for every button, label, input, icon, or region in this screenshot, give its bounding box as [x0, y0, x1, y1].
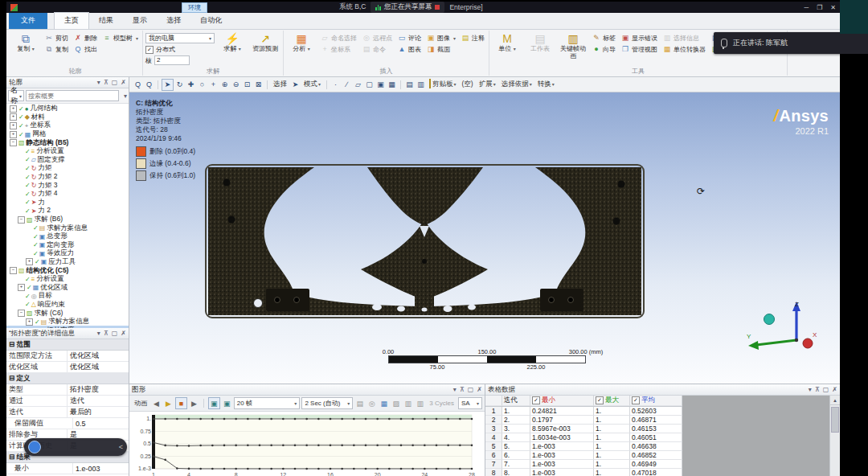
column-header-迭代[interactable]: 迭代 — [502, 396, 530, 406]
solve-target-select[interactable]: 我的电脑▾ — [145, 33, 215, 43]
panel-menu-icon[interactable]: ▾ — [97, 79, 100, 86]
table-row[interactable]: 11.0.248211.0.52603 — [485, 407, 682, 416]
expand-icon[interactable]: + — [10, 105, 17, 113]
panel-menu-icon[interactable]: ▾ — [453, 386, 457, 393]
ribbon-item-图像[interactable]: ▣图像▾ — [425, 32, 457, 43]
table-row[interactable]: 55.1.e-0031.0.46638 — [485, 442, 682, 451]
zoom-prev-icon[interactable]: ⊠ — [253, 80, 264, 90]
pin-icon[interactable]: ⊼ — [460, 386, 465, 393]
expand-icon[interactable]: + — [26, 318, 33, 326]
close-panel-icon[interactable]: ✗ — [477, 386, 482, 393]
table-row[interactable]: 88.1.e-0031.0.47018 — [485, 469, 682, 476]
extend-label[interactable]: 扩展▾ — [477, 80, 498, 89]
float-icon[interactable]: ▢ — [468, 386, 474, 393]
close-button[interactable]: ✕ — [830, 4, 836, 11]
ribbon-big-分析[interactable]: ▦分析 ▾ — [286, 32, 317, 54]
tab-文件[interactable]: 文件 — [9, 13, 47, 29]
property-value[interactable]: 迭代 — [68, 396, 129, 406]
ribbon-big-求解[interactable]: ⚡求解 ▾ — [217, 32, 248, 54]
property-value[interactable]: 拓扑密度 — [68, 384, 129, 395]
node-filter-icon[interactable]: ▣ — [375, 80, 386, 90]
property-value[interactable]: 0.5 — [73, 418, 129, 429]
property-value[interactable]: 优化区域 — [68, 351, 129, 361]
table-scrollbar[interactable]: ▲ — [829, 396, 840, 476]
maximize-button[interactable]: ❐ — [817, 4, 822, 11]
minimize-button[interactable]: ─ — [804, 4, 809, 11]
scroll-thumb[interactable] — [831, 407, 839, 433]
animation-label[interactable]: 动画 — [132, 399, 149, 408]
column-checkbox[interactable]: ✓ — [532, 396, 540, 404]
tree-item-响应约束[interactable]: ✓△响应约束 — [6, 301, 129, 310]
ribbon-item-管理视图[interactable]: ❐管理视图 — [620, 43, 659, 55]
orientation-triad[interactable]: Z X Y — [745, 297, 822, 355]
property-value[interactable]: 1.e-003 — [73, 463, 129, 474]
cores-field[interactable]: 核2 — [145, 55, 215, 65]
cycles-label[interactable]: 3 Cycles — [427, 400, 457, 407]
ribbon-item-删除[interactable]: ✗删除 — [72, 32, 99, 43]
float-icon[interactable]: ▢ — [823, 386, 829, 393]
export-video-button[interactable]: ▤ — [354, 398, 365, 408]
float-icon[interactable]: ▢ — [112, 79, 118, 86]
table-row[interactable]: 33.8.5967e-0031.0.46153 — [485, 425, 682, 433]
duration-select[interactable]: 2 Sec (自动)▾ — [301, 397, 353, 409]
snapshot-button[interactable]: ▨ — [391, 398, 401, 408]
ribbon-item-单位转换器[interactable]: ▦单位转换器 — [661, 43, 707, 55]
distributed-checkbox[interactable]: ✓分布式 — [145, 45, 215, 54]
tree-item-力矩 4[interactable]: ✓↻力矩 4 — [6, 190, 129, 199]
expand-icon[interactable]: + — [26, 258, 33, 265]
tree-item-固定支撑[interactable]: ✓▱固定支撑 — [6, 156, 129, 165]
stop-button[interactable]: ■ — [175, 397, 187, 409]
stop-share-icon[interactable] — [435, 5, 440, 10]
ribbon-big-复制[interactable]: ⧉复制 ▾ — [10, 32, 41, 54]
tree-item-静态结构 (B5)[interactable]: −▧静态结构 (B5) — [6, 138, 129, 147]
edge-filter-icon[interactable]: ∕ — [342, 80, 352, 90]
body-filter-icon[interactable]: ▢ — [364, 80, 375, 90]
table-row[interactable]: 22.0.17971.0.46871 — [485, 416, 682, 425]
expand-icon[interactable]: + — [10, 113, 17, 121]
clipboard-empty-label[interactable]: (空) — [460, 80, 476, 89]
element-filter-icon[interactable]: ▦ — [387, 80, 397, 90]
select-by-label[interactable]: 选择依据▾ — [499, 80, 534, 89]
collapse-chevron-icon[interactable]: < — [119, 443, 123, 451]
sa-select[interactable]: SA▾ — [458, 397, 482, 409]
tree-item-结构优化 (C5)[interactable]: −▧结构优化 (C5) — [6, 266, 129, 275]
close-panel-icon[interactable]: ✗ — [121, 79, 126, 86]
keyboard-icon[interactable]: ▤ — [404, 80, 415, 90]
float-icon[interactable]: ▢ — [112, 330, 118, 337]
environment-context-tab[interactable]: 环境 — [182, 2, 207, 13]
table-row[interactable]: 66.1.e-0031.0.46852 — [485, 451, 682, 460]
first-frame-button[interactable]: ◀ — [151, 398, 162, 408]
tree-item-求解方案信息[interactable]: ✓▤求解方案信息 — [6, 224, 129, 232]
tree-item-几何结构[interactable]: +✓●几何结构 — [6, 105, 129, 113]
search-options-icon[interactable]: ▾ — [124, 92, 127, 100]
last-frame-button[interactable]: ▶ — [189, 398, 199, 408]
close-panel-icon[interactable]: ✗ — [121, 330, 126, 337]
collapse-icon[interactable]: − — [10, 139, 17, 146]
tab-结果[interactable]: 结果 — [89, 13, 123, 29]
scroll-up-icon[interactable]: ▲ — [830, 396, 840, 405]
column-header-最大[interactable]: ✓最大 — [594, 396, 630, 406]
ribbon-item-显示错误[interactable]: ▣显示错误 — [620, 32, 659, 43]
zoom-graph-button[interactable]: ◎ — [366, 398, 377, 408]
share-control-overlay[interactable]: < — [24, 438, 127, 456]
expand-icon[interactable]: + — [10, 131, 17, 138]
tree-item-分析设置[interactable]: ✓≡分析设置 — [6, 147, 129, 156]
select-arrow-icon[interactable]: ➤ — [290, 80, 301, 90]
zoom-box-icon[interactable]: Q — [144, 80, 154, 90]
ribbon-big-资源预测[interactable]: ↗资源预测 — [250, 32, 280, 53]
filter-type-select[interactable]: 名称 ▾ — [8, 90, 24, 101]
tree-item-力矩 2[interactable]: ✓↻力矩 2 — [6, 173, 129, 182]
ribbon-item-评论[interactable]: ▭评论 — [396, 32, 423, 43]
pin-icon[interactable]: ⊼ — [104, 79, 108, 86]
convert-label[interactable]: 转换▾ — [535, 80, 557, 89]
tab-主页[interactable]: 主页 — [54, 12, 89, 29]
column-checkbox[interactable]: ✓ — [632, 396, 640, 404]
table-row[interactable]: 44.1.6034e-0031.0.46051 — [485, 433, 682, 442]
panel-menu-icon[interactable]: ▾ — [97, 330, 100, 337]
frames-select[interactable]: 20 帧▾ — [234, 397, 301, 409]
collapse-icon[interactable]: − — [18, 310, 25, 317]
collapse-icon[interactable]: − — [10, 267, 17, 274]
property-value[interactable]: 优化区域 — [68, 362, 129, 372]
rotate-icon[interactable]: ↻ — [174, 80, 185, 90]
select-label[interactable]: 选择 — [271, 80, 289, 89]
